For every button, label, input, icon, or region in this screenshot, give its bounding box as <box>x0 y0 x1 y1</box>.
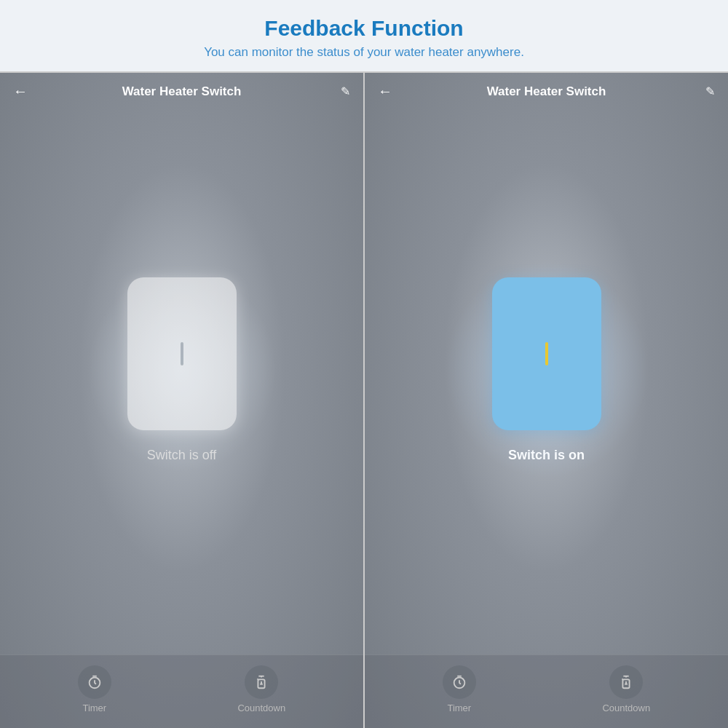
countdown-icon-right <box>609 665 643 699</box>
timer-label-right: Timer <box>447 703 471 713</box>
header-subtitle: You can monitor the status of your water… <box>15 45 713 60</box>
timer-icon-left <box>78 665 111 699</box>
edit-icon-right[interactable]: ✎ <box>697 84 715 98</box>
back-button-left[interactable]: ← <box>13 83 31 100</box>
switch-button-off[interactable] <box>127 277 237 430</box>
header-title: Feedback Function <box>15 16 713 41</box>
timer-icon-right <box>443 665 476 699</box>
countdown-label-right: Countdown <box>602 703 650 713</box>
back-button-right[interactable]: ← <box>378 83 395 100</box>
phone-screen-on: ← Water Heater Switch ✎ Switch is on <box>365 73 728 728</box>
timer-label-left: Timer <box>82 703 106 713</box>
page-wrapper: Feedback Function You can monitor the st… <box>0 0 728 728</box>
header-section: Feedback Function You can monitor the st… <box>0 0 728 71</box>
countdown-label-left: Countdown <box>237 703 285 713</box>
bottom-bar-left: Timer Countdown <box>0 654 363 728</box>
phone-screen-off: ← Water Heater Switch ✎ Switch is off <box>0 73 363 728</box>
power-indicator-off <box>181 342 183 365</box>
top-bar-right: ← Water Heater Switch ✎ <box>365 73 728 107</box>
top-bar-left: ← Water Heater Switch ✎ <box>0 73 363 107</box>
countdown-icon-left <box>245 665 278 699</box>
switch-button-on[interactable] <box>492 277 601 430</box>
power-indicator-on <box>545 342 548 365</box>
bottom-item-countdown-left[interactable]: Countdown <box>237 665 285 713</box>
bottom-item-countdown-right[interactable]: Countdown <box>602 665 650 713</box>
edit-icon-left[interactable]: ✎ <box>333 84 350 98</box>
screen-title-right: Water Heater Switch <box>395 84 697 99</box>
phones-container: ← Water Heater Switch ✎ Switch is off <box>0 71 728 728</box>
switch-area-right: Switch is on <box>365 107 728 654</box>
bottom-item-timer-left[interactable]: Timer <box>78 665 111 713</box>
bottom-bar-right: Timer Countdown <box>365 654 728 728</box>
switch-area-left: Switch is off <box>0 107 363 654</box>
screen-title-left: Water Heater Switch <box>31 84 333 99</box>
bottom-item-timer-right[interactable]: Timer <box>443 665 476 713</box>
